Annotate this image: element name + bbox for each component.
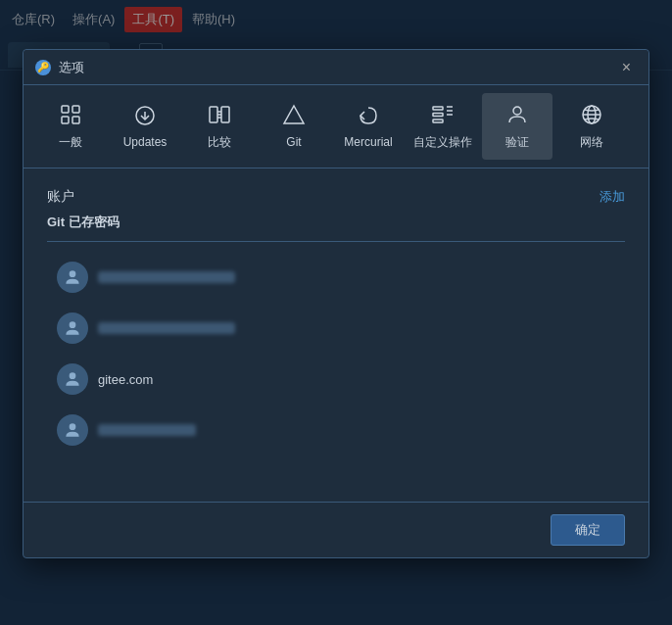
ok-button[interactable]: 确定 (551, 514, 625, 546)
svg-rect-2 (62, 117, 69, 123)
svg-marker-11 (284, 106, 304, 123)
auth-icon (505, 103, 529, 130)
add-account-button[interactable]: 添加 (600, 188, 625, 206)
svg-point-25 (70, 423, 76, 430)
avatar (57, 262, 88, 293)
account-name-blurred (98, 271, 235, 283)
toolbar-general[interactable]: 一般 (35, 93, 106, 160)
dialog-title-icon: 🔑 (35, 60, 51, 75)
custom-label: 自定义操作 (413, 134, 472, 151)
svg-point-22 (70, 270, 76, 277)
account-name-blurred (98, 322, 235, 334)
toolbar-auth[interactable]: 验证 (482, 93, 552, 160)
dialog-close-button[interactable]: × (616, 57, 637, 78)
svg-rect-1 (72, 106, 79, 113)
svg-rect-13 (433, 113, 443, 116)
toolbar-git[interactable]: Git (259, 93, 329, 160)
account-item[interactable]: gitee.com (47, 356, 625, 403)
options-dialog: 🔑 选项 × 一般 (23, 49, 649, 558)
git-label: Git (286, 135, 301, 149)
mercurial-label: Mercurial (344, 135, 392, 149)
svg-point-18 (513, 107, 521, 115)
svg-rect-12 (433, 107, 443, 110)
account-list: gitee.com (47, 254, 625, 454)
divider (47, 241, 625, 242)
general-icon (59, 103, 82, 130)
toolbar-updates[interactable]: Updates (110, 93, 180, 160)
account-item[interactable] (47, 305, 625, 352)
svg-point-23 (70, 321, 76, 328)
svg-rect-7 (221, 107, 229, 122)
toolbar-network[interactable]: 网络 (556, 93, 627, 160)
mercurial-icon (357, 104, 380, 131)
auth-label: 验证 (505, 134, 529, 151)
dialog-content: 账户 添加 Git 已存密码 (24, 168, 648, 502)
svg-rect-0 (62, 106, 69, 113)
custom-icon (431, 103, 455, 130)
section-title: 账户 (47, 188, 74, 206)
svg-rect-6 (210, 107, 217, 122)
network-icon (580, 103, 603, 130)
dialog-titlebar: 🔑 选项 × (24, 50, 648, 85)
svg-rect-3 (72, 117, 79, 123)
account-item[interactable] (47, 407, 625, 454)
svg-rect-14 (433, 120, 443, 122)
section-header: 账户 添加 (47, 188, 625, 206)
git-icon (282, 104, 306, 131)
dialog-title: 选项 (59, 59, 616, 76)
account-name: gitee.com (98, 372, 153, 387)
compare-label: 比较 (208, 134, 231, 151)
general-label: 一般 (59, 134, 82, 151)
dialog-overlay: 🔑 选项 × 一般 (0, 0, 672, 625)
account-name-blurred-short (98, 424, 196, 436)
subsection-title: Git 已存密码 (47, 214, 625, 231)
toolbar-mercurial[interactable]: Mercurial (333, 93, 404, 160)
compare-icon (208, 103, 231, 130)
toolbar-compare[interactable]: 比较 (184, 93, 255, 160)
updates-label: Updates (123, 135, 168, 149)
updates-icon (133, 104, 157, 131)
avatar (57, 414, 88, 446)
avatar (57, 312, 88, 344)
avatar (57, 363, 88, 395)
svg-point-24 (70, 372, 76, 379)
options-toolbar: 一般 Updates (24, 85, 648, 168)
toolbar-custom[interactable]: 自定义操作 (408, 93, 478, 160)
network-label: 网络 (580, 134, 603, 151)
dialog-footer: 确定 (24, 502, 648, 557)
account-item[interactable] (47, 254, 625, 301)
